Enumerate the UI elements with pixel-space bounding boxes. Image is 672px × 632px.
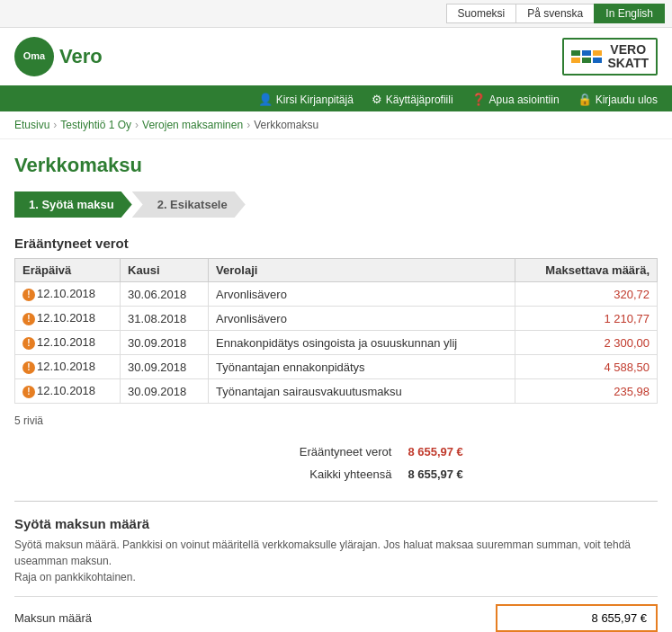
cell-erapaiva: !12.10.2018	[15, 355, 121, 379]
page-content: Verkkomaksu 1. Syötä maksu 2. Esikatsele…	[0, 139, 672, 632]
logo-circle: Oma	[14, 37, 54, 76]
nav-kayttajaprofiili[interactable]: ⚙ Käyttäjäprofiili	[372, 93, 453, 106]
breadcrumb-sep-1: ›	[53, 119, 57, 131]
table-row: !12.10.2018 30.09.2018 Ennakonpidätys os…	[15, 331, 658, 355]
cell-erapaiva: !12.10.2018	[15, 282, 121, 307]
page-title: Verkkomaksu	[14, 154, 658, 177]
cell-verolaji: Arvonlisävero	[209, 307, 515, 331]
cell-maara: 1 210,77	[515, 307, 657, 331]
input-row: Maksun määrä	[14, 596, 658, 632]
breadcrumb-current: Verkkomaksu	[254, 119, 318, 131]
breadcrumb-sep-3: ›	[246, 119, 250, 131]
nav-bar: 👤 Kirsi Kirjanpitäjä ⚙ Käyttäjäprofiili …	[0, 87, 672, 111]
cell-maara: 235,98	[515, 379, 657, 404]
cell-erapaiva: !12.10.2018	[15, 379, 121, 404]
cell-verolaji: Työnantajan ennakonpidätys	[209, 355, 515, 379]
help-icon: ❓	[471, 93, 486, 106]
lock-icon: 🔒	[578, 93, 592, 106]
header: Oma Vero VERO SKATT	[0, 28, 672, 87]
summary-table: Erääntyneet verot 8 655,97 € Kaikki yhte…	[14, 440, 658, 486]
cell-erapaiva: !12.10.2018	[15, 307, 121, 331]
alert-icon: !	[22, 337, 35, 350]
breadcrumb-maksaminen[interactable]: Verojen maksaminen	[142, 119, 243, 131]
summary-eraantyneet-value: 8 655,97 €	[400, 441, 656, 462]
table-row: !12.10.2018 30.09.2018 Työnantajan saira…	[15, 379, 658, 404]
cell-kausi: 31.08.2018	[121, 307, 209, 331]
table-row: !12.10.2018 31.08.2018 Arvonlisävero 1 2…	[15, 307, 658, 331]
lang-svenska[interactable]: På svenska	[515, 4, 594, 23]
cell-kausi: 30.09.2018	[121, 331, 209, 355]
steps: 1. Syötä maksu 2. Esikatsele	[14, 191, 658, 218]
cell-maara: 320,72	[515, 282, 657, 307]
language-bar: Suomeksi På svenska In English	[0, 0, 672, 28]
cell-verolaji: Työnantajan sairausvakuutusmaksu	[209, 379, 515, 404]
col-kausi: Kausi	[121, 259, 209, 282]
cell-verolaji: Arvonlisävero	[209, 282, 515, 307]
row-count: 5 riviä	[14, 411, 658, 431]
table-row: !12.10.2018 30.09.2018 Työnantajan ennak…	[15, 355, 658, 379]
cell-maara: 4 588,50	[515, 355, 657, 379]
cell-verolaji: Ennakonpidätys osingoista ja osuuskunnan…	[209, 331, 515, 355]
breadcrumb-testiyhio[interactable]: Testiyhtiö 1 Oy	[60, 119, 131, 131]
nav-kirjanpitaja[interactable]: 👤 Kirsi Kirjanpitäjä	[258, 93, 354, 106]
skatt-text: SKATT	[607, 57, 649, 70]
step-1[interactable]: 1. Syötä maksu	[14, 191, 132, 218]
input-description: Syötä maksun määrä. Pankkisi on voinut m…	[14, 537, 658, 585]
logo-oma-text: Oma	[23, 50, 45, 62]
cell-kausi: 30.09.2018	[121, 379, 209, 404]
alert-icon: !	[22, 361, 35, 374]
summary-eraantyneet-label: Erääntyneet verot	[16, 441, 399, 462]
col-maara: Maksettava määrä,	[515, 259, 657, 282]
step-2[interactable]: 2. Esikatsele	[132, 191, 246, 218]
alert-icon: !	[22, 289, 35, 301]
divider	[14, 501, 658, 502]
logo-area: Oma Vero	[14, 37, 103, 76]
tax-table: Eräpäivä Kausi Verolaji Maksettava määrä…	[14, 258, 658, 404]
table-row: !12.10.2018 30.06.2018 Arvonlisävero 320…	[15, 282, 658, 307]
lang-english[interactable]: In English	[594, 4, 665, 23]
breadcrumb-etusivu[interactable]: Etusivu	[14, 119, 49, 131]
input-label: Maksun määrä	[14, 611, 496, 625]
gear-icon: ⚙	[372, 93, 382, 106]
nav-kirjaudu[interactable]: 🔒 Kirjaudu ulos	[578, 93, 658, 106]
breadcrumb-sep-2: ›	[135, 119, 139, 131]
person-icon: 👤	[258, 93, 273, 106]
vero-text: VERO	[610, 43, 646, 57]
cell-maara: 2 300,00	[515, 331, 657, 355]
cell-kausi: 30.09.2018	[121, 355, 209, 379]
summary-kaikki-label: Kaikki yhteensä	[16, 464, 399, 485]
nav-apua[interactable]: ❓ Apua asiointiin	[471, 93, 560, 106]
logo-vero-text: Vero	[59, 45, 103, 68]
section-title-eraantyneet: Erääntyneet verot	[14, 236, 658, 251]
vero-skatt-logo: VERO SKATT	[562, 38, 658, 76]
payment-amount-input[interactable]	[496, 604, 658, 632]
summary-kaikki-value: 8 655,97 €	[400, 464, 656, 485]
alert-icon: !	[22, 386, 35, 398]
col-verolaji: Verolaji	[209, 259, 515, 282]
input-section-title: Syötä maksun määrä	[14, 516, 658, 531]
breadcrumb: Etusivu › Testiyhtiö 1 Oy › Verojen maks…	[0, 111, 672, 139]
lang-suomeksi[interactable]: Suomeksi	[446, 4, 516, 23]
cell-erapaiva: !12.10.2018	[15, 331, 121, 355]
col-erapaiva: Eräpäivä	[15, 259, 121, 282]
cell-kausi: 30.06.2018	[121, 282, 209, 307]
alert-icon: !	[22, 313, 35, 325]
